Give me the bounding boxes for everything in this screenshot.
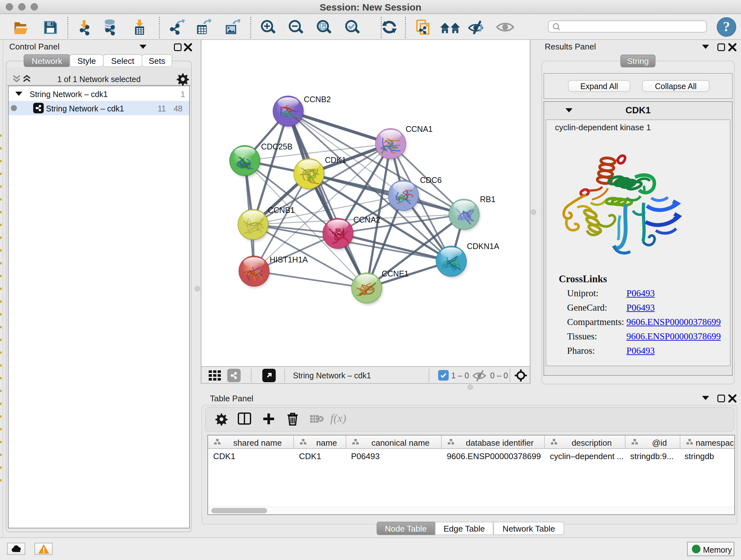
svg-text:CDK1: CDK1 [325,155,346,165]
svg-text:CDC25B: CDC25B [261,142,293,151]
svg-text:CDKN1A: CDKN1A [467,242,499,251]
svg-text:CCNA1: CCNA1 [406,125,433,133]
svg-text:RB1: RB1 [480,195,495,204]
svg-text:CDC6: CDC6 [420,176,442,185]
svg-text:CCNB2: CCNB2 [304,95,331,104]
svg-text:CCNB1: CCNB1 [268,206,295,214]
svg-text:CCNA2: CCNA2 [353,215,381,224]
svg-text:HIST1H1A: HIST1H1A [270,255,308,264]
svg-text:CCNE1: CCNE1 [382,269,409,278]
